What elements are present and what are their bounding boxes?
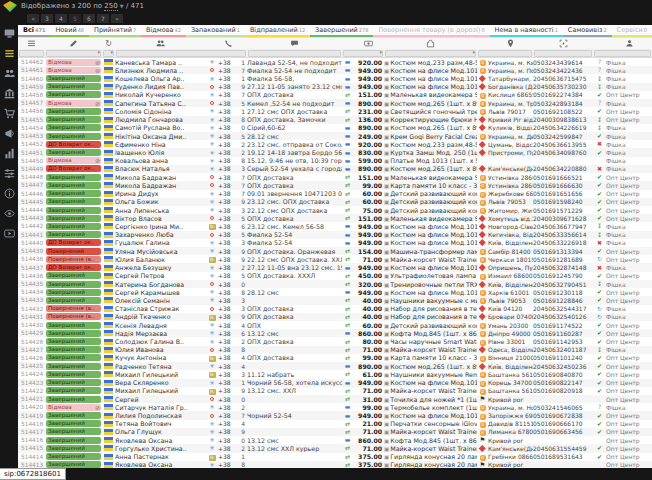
comment-icon[interactable] xyxy=(247,39,342,49)
status-badge[interactable]: Відмова⊘ xyxy=(46,100,101,107)
client-phone[interactable]: +38 xyxy=(218,363,238,370)
order-row[interactable]: 514429ЗавершенийНадія Мерзаєва✳+38613.12… xyxy=(18,329,652,337)
client-name[interactable]: Горгулько Христина.. xyxy=(115,445,206,452)
client-phone[interactable]: +38 xyxy=(218,412,238,419)
client-phone[interactable]: +38 xyxy=(218,75,238,82)
order-row[interactable]: 514435ЗавершенийКатерина Богданова+380⇄3… xyxy=(18,280,652,288)
client-name[interactable]: Руденко Лидия Пав.. xyxy=(115,83,206,90)
column-filter-input[interactable] xyxy=(594,50,651,57)
tracking-number[interactable]: 0501689531643 xyxy=(533,453,593,460)
column-filter-input[interactable] xyxy=(19,50,44,57)
tracking-number[interactable]: 20450632874148 xyxy=(533,264,593,271)
column-filter-input[interactable] xyxy=(103,50,114,57)
client-name[interactable]: Яковлева Оксана xyxy=(115,437,206,444)
client-name[interactable]: Олексій Семанін xyxy=(115,297,206,304)
pager-last-button[interactable]: » xyxy=(111,14,123,23)
client-phone[interactable]: +38 xyxy=(218,264,238,271)
order-row[interactable]: 514424ЗавершенийМихаил Гилецькийlk+38311… xyxy=(18,370,652,378)
info-icon[interactable] xyxy=(3,187,15,199)
status-badge[interactable]: Завершений xyxy=(46,207,101,214)
tab-сервіси[interactable]: Сервіси0 xyxy=(612,25,652,37)
tracking-number[interactable]: 20450631554459 xyxy=(533,445,593,452)
status-badge[interactable]: Завершений xyxy=(46,149,101,156)
client-name[interactable]: Кошелева Ольга Ар.. xyxy=(115,75,206,82)
client-name[interactable]: Сергей xyxy=(115,396,206,403)
tracking-number[interactable]: 0501690672838 xyxy=(533,412,593,419)
status-badge[interactable]: Завершений xyxy=(46,330,101,337)
client-phone[interactable]: +38 xyxy=(218,305,238,312)
tracking-number[interactable]: 0501691245790 xyxy=(533,272,593,279)
tracking-number[interactable]: 20450632450236 xyxy=(533,363,593,370)
order-row[interactable]: 514415ЗавершенийГоргулько Христина..✳+38… xyxy=(18,444,652,452)
tracking-number[interactable]: 20450633356614 xyxy=(533,231,593,238)
tracking-number[interactable]: 20450635730230 xyxy=(533,83,593,90)
order-row[interactable]: 514420Відмова⊘Ситарчук Наталія Гр..✳+382… xyxy=(18,403,652,411)
client-name[interactable]: Самотій Руслана Во.. xyxy=(115,124,206,131)
status-badge[interactable]: Завершений xyxy=(46,108,101,115)
status-badge[interactable]: Завершений xyxy=(46,231,101,238)
client-phone[interactable]: +38 xyxy=(218,256,238,263)
list-icon[interactable] xyxy=(18,39,45,49)
client-name[interactable]: Михаил Гилецький xyxy=(115,387,206,394)
client-name[interactable]: Соломія Сідоніна xyxy=(115,108,206,115)
client-name[interactable]: Каневська Тамара .. xyxy=(115,59,206,66)
client-name[interactable]: Сергей Карамышев xyxy=(115,289,206,296)
order-row[interactable]: 514449ДО Возврат ок..Власюк Наталья✳+383… xyxy=(18,165,652,173)
client-phone[interactable]: +38 xyxy=(218,190,238,197)
status-badge[interactable]: Завершений xyxy=(46,461,101,468)
client-name[interactable]: Надія Мерзаєва xyxy=(115,330,206,337)
client-phone[interactable]: +38 xyxy=(218,116,238,123)
edit-icon[interactable] xyxy=(45,39,102,49)
tab-відправлений[interactable]: Відправлений12 xyxy=(245,25,310,37)
tab-відмова[interactable]: Відмова42 xyxy=(141,25,186,37)
tracking-number[interactable]: 20400309838613 xyxy=(533,116,593,123)
order-row[interactable]: 514462Відмова⊘Каневська Тамара ..✳+381Ла… xyxy=(18,58,652,66)
order-row[interactable]: 514439ПоверненийУляна Мусійовська✳+389ОП… xyxy=(18,247,652,255)
order-row[interactable]: 514436ЗавершенийСергей Петров✳+385ОПХ до… xyxy=(18,272,652,280)
order-row[interactable]: 514450Відмова⊘Ковальова анна✳+38815.12. … xyxy=(18,157,652,165)
client-name[interactable]: Близнюк Людмила .. xyxy=(115,67,206,74)
status-badge[interactable]: Завершений xyxy=(46,75,101,82)
status-badge[interactable]: Завершений xyxy=(46,133,101,140)
tracking-number[interactable]: 20450632544317 xyxy=(533,305,593,312)
client-name[interactable]: Ковальова анна xyxy=(115,157,206,164)
tab-прийнятий[interactable]: Прийнятий7 xyxy=(89,25,141,37)
status-badge[interactable]: Відмова⊘ xyxy=(46,59,101,66)
status-badge[interactable]: Завершений xyxy=(46,124,101,131)
order-row[interactable]: 514440ДО Возврат ок..Гуцалюк Галина✳+383… xyxy=(18,239,652,247)
status-badge[interactable]: Завершений xyxy=(46,190,101,197)
client-phone[interactable]: +38 xyxy=(218,108,238,115)
client-phone[interactable]: +38 xyxy=(218,157,238,164)
order-row[interactable]: 514446ЗавершенийИрина Дидух✳+38709.01 зв… xyxy=(18,190,652,198)
tracking-number[interactable]: 0501691651656 xyxy=(533,190,593,197)
tracking-number[interactable]: 20450632790451 xyxy=(533,281,593,288)
tracking-number[interactable]: 0501691313394 xyxy=(533,248,593,255)
client-phone[interactable]: +38 xyxy=(218,59,238,66)
tracking-number[interactable]: 0503242599847 xyxy=(533,133,593,140)
status-badge[interactable]: Завершений xyxy=(46,379,101,386)
client-name[interactable]: Юлия Баланюк xyxy=(115,256,206,263)
client-phone[interactable]: +38 xyxy=(218,207,238,214)
status-badge[interactable]: Завершений xyxy=(46,198,101,205)
order-row[interactable]: 514413ЗавершенийЯковлева Оксана✳+388⇄375… xyxy=(18,461,652,468)
tracking-number[interactable]: 20450634220880 xyxy=(533,165,593,172)
order-row[interactable]: 514447ЗавершенийМикола Бадражан+387ОПХ д… xyxy=(18,181,652,189)
status-badge[interactable]: Завершений xyxy=(46,322,101,329)
status-badge[interactable]: Завершений xyxy=(46,428,101,435)
pin-icon[interactable] xyxy=(488,39,533,49)
status-badge[interactable]: Повернення (в.. xyxy=(46,313,101,320)
status-badge[interactable]: Завершений xyxy=(46,387,101,394)
client-phone[interactable]: +38 xyxy=(218,445,238,452)
tracking-number[interactable]: 0501691101240 xyxy=(533,354,593,361)
order-row[interactable]: 514448ЗавершенийМикола Бадражан+387ОПХ д… xyxy=(18,173,652,181)
client-name[interactable]: Вера Скляренко xyxy=(115,379,206,386)
order-row[interactable]: 514442ЗавершенийСергієнко Ірина Ми..lk+3… xyxy=(18,222,652,230)
refresh-icon[interactable]: ↻ xyxy=(102,39,115,49)
tracking-number[interactable]: 0503242893184 xyxy=(533,100,593,107)
status-badge[interactable]: ДО Возврат ок.. xyxy=(46,264,101,271)
column-filter-input[interactable] xyxy=(248,50,341,57)
tab-нема-в-наявності[interactable]: Нема в наявності1 xyxy=(490,25,563,37)
client-phone[interactable]: +38 xyxy=(218,83,238,90)
pager-page-button[interactable]: 7 xyxy=(97,14,109,23)
client-phone[interactable]: +38 xyxy=(218,182,238,189)
